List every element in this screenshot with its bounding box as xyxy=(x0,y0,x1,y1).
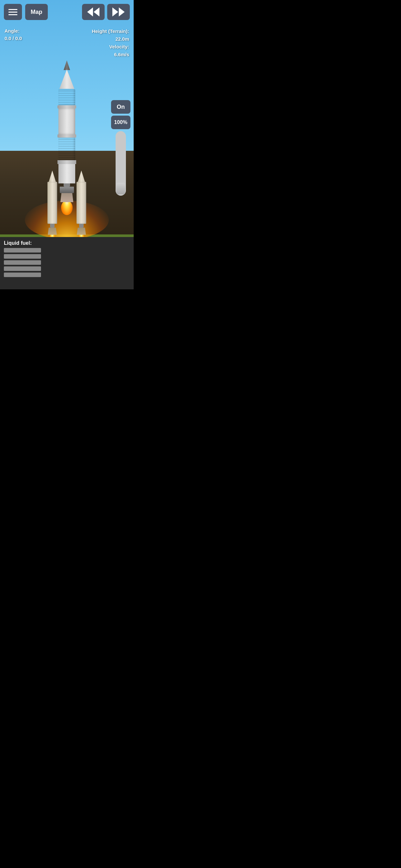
main-flame xyxy=(61,200,73,215)
booster-left-nose xyxy=(49,170,56,182)
fuel-bar-4 xyxy=(4,267,41,271)
rocket-base xyxy=(58,160,76,164)
rocket-nosecone xyxy=(59,69,74,89)
top-left-controls: Map xyxy=(4,4,48,20)
rewind-button[interactable] xyxy=(82,4,104,20)
rocket-nose-cap xyxy=(64,60,70,70)
booster-right-bracket xyxy=(79,224,84,228)
main-center-bracket xyxy=(64,183,70,187)
booster-right-body xyxy=(76,182,86,224)
fuel-bar-3 xyxy=(4,260,41,265)
stats-right: Height (Terrain): 22.0m Velocity: 6.6m/s xyxy=(92,27,129,58)
rocket xyxy=(31,60,102,243)
map-label: Map xyxy=(31,9,42,16)
booster-right-nozzle xyxy=(77,228,86,235)
rocket-segment3 xyxy=(58,137,75,160)
fuel-bar-5 xyxy=(4,273,41,277)
rocket-segment1 xyxy=(58,89,75,105)
height-label: Height (Terrain): xyxy=(92,27,129,35)
velocity-label: Velocity: xyxy=(92,43,129,51)
booster-left-body xyxy=(48,182,57,224)
engine-on-label: On xyxy=(117,104,125,111)
main-lower xyxy=(58,164,75,215)
booster-right-nose xyxy=(78,170,85,182)
right-controls: On 100% xyxy=(111,100,130,196)
menu-line2 xyxy=(8,11,18,12)
forward-arrow1 xyxy=(112,7,118,17)
rocket-segment2 xyxy=(58,108,75,134)
fuel-bar-1 xyxy=(4,248,41,252)
throttle-percent-label: 100% xyxy=(114,120,127,125)
rewind-arrow2 xyxy=(94,7,99,17)
rewind-arrow1 xyxy=(87,7,93,17)
angle-value: 0.0 / 0.0 xyxy=(4,35,22,42)
top-bar: Map xyxy=(0,0,134,26)
booster-right xyxy=(76,170,86,243)
fuel-bar-2 xyxy=(4,254,41,259)
main-lower-body xyxy=(58,164,75,183)
fuel-label: Liquid fuel: xyxy=(4,240,130,246)
booster-left-nozzle xyxy=(48,228,57,235)
main-nozzle xyxy=(60,193,73,202)
map-button[interactable]: Map xyxy=(25,4,48,20)
menu-line3 xyxy=(8,14,18,15)
rocket-ring2 xyxy=(58,134,76,137)
velocity-value: 6.6m/s xyxy=(92,51,129,58)
menu-line1 xyxy=(8,9,18,10)
rocket-ring1 xyxy=(58,105,76,108)
rewind-icon xyxy=(87,7,99,17)
forward-icon xyxy=(112,7,125,17)
bottom-bar: Liquid fuel: xyxy=(0,237,134,289)
booster-left-bracket xyxy=(50,224,55,228)
throttle-percent-button[interactable]: 100% xyxy=(111,116,130,129)
game-screen: Map Angle: 0.0 / 0.0 Height (Terrain): xyxy=(0,0,134,289)
height-value: 22.0m xyxy=(92,35,129,43)
forward-arrow2 xyxy=(119,7,125,17)
angle-label: Angle: xyxy=(4,27,22,35)
fuel-bars xyxy=(4,248,130,286)
throttle-thumb[interactable] xyxy=(116,183,125,194)
stats-left: Angle: 0.0 / 0.0 xyxy=(4,27,22,42)
menu-button[interactable] xyxy=(4,4,22,20)
engine-on-button[interactable]: On xyxy=(111,100,130,114)
forward-button[interactable] xyxy=(107,4,130,20)
throttle-slider[interactable] xyxy=(116,131,126,196)
top-right-controls xyxy=(82,4,130,20)
booster-left xyxy=(48,170,57,243)
main-engine xyxy=(60,187,74,193)
